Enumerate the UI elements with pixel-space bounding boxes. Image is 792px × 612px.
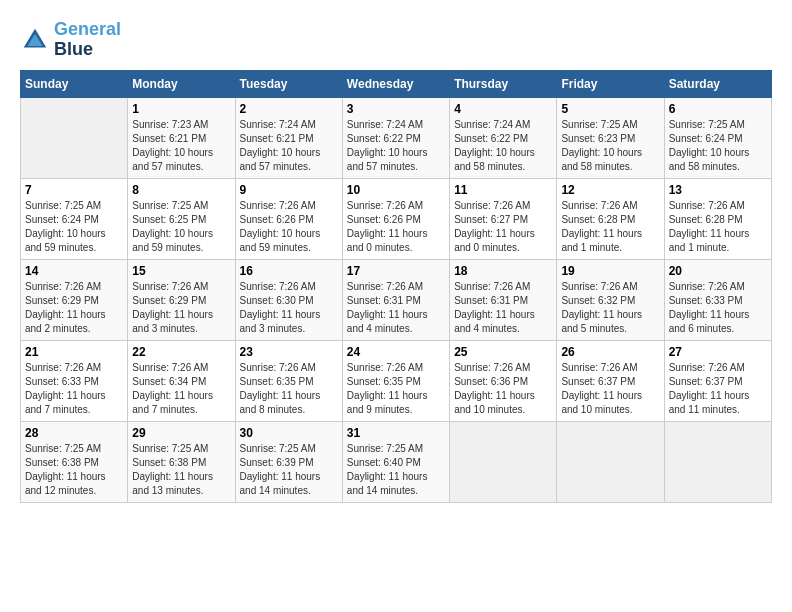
- day-cell: 18Sunrise: 7:26 AM Sunset: 6:31 PM Dayli…: [450, 259, 557, 340]
- day-cell: 3Sunrise: 7:24 AM Sunset: 6:22 PM Daylig…: [342, 97, 449, 178]
- day-number: 31: [347, 426, 445, 440]
- day-info: Sunrise: 7:26 AM Sunset: 6:35 PM Dayligh…: [347, 361, 445, 417]
- day-number: 6: [669, 102, 767, 116]
- day-number: 11: [454, 183, 552, 197]
- day-number: 22: [132, 345, 230, 359]
- day-info: Sunrise: 7:25 AM Sunset: 6:24 PM Dayligh…: [25, 199, 123, 255]
- weekday-header-row: SundayMondayTuesdayWednesdayThursdayFrid…: [21, 70, 772, 97]
- day-info: Sunrise: 7:25 AM Sunset: 6:23 PM Dayligh…: [561, 118, 659, 174]
- week-row-2: 7Sunrise: 7:25 AM Sunset: 6:24 PM Daylig…: [21, 178, 772, 259]
- week-row-1: 1Sunrise: 7:23 AM Sunset: 6:21 PM Daylig…: [21, 97, 772, 178]
- day-number: 17: [347, 264, 445, 278]
- day-info: Sunrise: 7:25 AM Sunset: 6:39 PM Dayligh…: [240, 442, 338, 498]
- logo: General Blue: [20, 20, 121, 60]
- day-info: Sunrise: 7:25 AM Sunset: 6:40 PM Dayligh…: [347, 442, 445, 498]
- week-row-5: 28Sunrise: 7:25 AM Sunset: 6:38 PM Dayli…: [21, 421, 772, 502]
- logo-text: General Blue: [54, 20, 121, 60]
- day-cell: 30Sunrise: 7:25 AM Sunset: 6:39 PM Dayli…: [235, 421, 342, 502]
- day-number: 24: [347, 345, 445, 359]
- day-cell: 20Sunrise: 7:26 AM Sunset: 6:33 PM Dayli…: [664, 259, 771, 340]
- day-info: Sunrise: 7:26 AM Sunset: 6:26 PM Dayligh…: [347, 199, 445, 255]
- day-number: 9: [240, 183, 338, 197]
- day-number: 16: [240, 264, 338, 278]
- weekday-header-monday: Monday: [128, 70, 235, 97]
- day-info: Sunrise: 7:26 AM Sunset: 6:33 PM Dayligh…: [25, 361, 123, 417]
- day-info: Sunrise: 7:26 AM Sunset: 6:28 PM Dayligh…: [669, 199, 767, 255]
- day-number: 10: [347, 183, 445, 197]
- day-cell: [557, 421, 664, 502]
- day-info: Sunrise: 7:26 AM Sunset: 6:30 PM Dayligh…: [240, 280, 338, 336]
- day-cell: 2Sunrise: 7:24 AM Sunset: 6:21 PM Daylig…: [235, 97, 342, 178]
- day-cell: 5Sunrise: 7:25 AM Sunset: 6:23 PM Daylig…: [557, 97, 664, 178]
- day-cell: 12Sunrise: 7:26 AM Sunset: 6:28 PM Dayli…: [557, 178, 664, 259]
- weekday-header-wednesday: Wednesday: [342, 70, 449, 97]
- calendar-table: SundayMondayTuesdayWednesdayThursdayFrid…: [20, 70, 772, 503]
- day-info: Sunrise: 7:26 AM Sunset: 6:27 PM Dayligh…: [454, 199, 552, 255]
- day-number: 25: [454, 345, 552, 359]
- day-info: Sunrise: 7:26 AM Sunset: 6:29 PM Dayligh…: [132, 280, 230, 336]
- weekday-header-sunday: Sunday: [21, 70, 128, 97]
- day-cell: 15Sunrise: 7:26 AM Sunset: 6:29 PM Dayli…: [128, 259, 235, 340]
- day-info: Sunrise: 7:24 AM Sunset: 6:21 PM Dayligh…: [240, 118, 338, 174]
- day-info: Sunrise: 7:26 AM Sunset: 6:32 PM Dayligh…: [561, 280, 659, 336]
- day-number: 15: [132, 264, 230, 278]
- day-info: Sunrise: 7:26 AM Sunset: 6:33 PM Dayligh…: [669, 280, 767, 336]
- day-info: Sunrise: 7:26 AM Sunset: 6:37 PM Dayligh…: [669, 361, 767, 417]
- day-info: Sunrise: 7:26 AM Sunset: 6:31 PM Dayligh…: [454, 280, 552, 336]
- day-cell: 22Sunrise: 7:26 AM Sunset: 6:34 PM Dayli…: [128, 340, 235, 421]
- day-cell: 25Sunrise: 7:26 AM Sunset: 6:36 PM Dayli…: [450, 340, 557, 421]
- day-cell: 9Sunrise: 7:26 AM Sunset: 6:26 PM Daylig…: [235, 178, 342, 259]
- day-number: 18: [454, 264, 552, 278]
- day-number: 4: [454, 102, 552, 116]
- day-cell: [664, 421, 771, 502]
- day-cell: 28Sunrise: 7:25 AM Sunset: 6:38 PM Dayli…: [21, 421, 128, 502]
- day-info: Sunrise: 7:26 AM Sunset: 6:34 PM Dayligh…: [132, 361, 230, 417]
- day-number: 5: [561, 102, 659, 116]
- day-number: 12: [561, 183, 659, 197]
- day-cell: 24Sunrise: 7:26 AM Sunset: 6:35 PM Dayli…: [342, 340, 449, 421]
- day-number: 3: [347, 102, 445, 116]
- day-cell: 26Sunrise: 7:26 AM Sunset: 6:37 PM Dayli…: [557, 340, 664, 421]
- day-info: Sunrise: 7:26 AM Sunset: 6:26 PM Dayligh…: [240, 199, 338, 255]
- day-number: 20: [669, 264, 767, 278]
- day-cell: 11Sunrise: 7:26 AM Sunset: 6:27 PM Dayli…: [450, 178, 557, 259]
- day-cell: 10Sunrise: 7:26 AM Sunset: 6:26 PM Dayli…: [342, 178, 449, 259]
- day-info: Sunrise: 7:25 AM Sunset: 6:38 PM Dayligh…: [25, 442, 123, 498]
- weekday-header-saturday: Saturday: [664, 70, 771, 97]
- day-cell: 7Sunrise: 7:25 AM Sunset: 6:24 PM Daylig…: [21, 178, 128, 259]
- day-number: 7: [25, 183, 123, 197]
- day-info: Sunrise: 7:26 AM Sunset: 6:37 PM Dayligh…: [561, 361, 659, 417]
- day-info: Sunrise: 7:25 AM Sunset: 6:24 PM Dayligh…: [669, 118, 767, 174]
- day-info: Sunrise: 7:26 AM Sunset: 6:31 PM Dayligh…: [347, 280, 445, 336]
- day-cell: 31Sunrise: 7:25 AM Sunset: 6:40 PM Dayli…: [342, 421, 449, 502]
- day-number: 28: [25, 426, 123, 440]
- day-cell: 13Sunrise: 7:26 AM Sunset: 6:28 PM Dayli…: [664, 178, 771, 259]
- day-number: 13: [669, 183, 767, 197]
- day-info: Sunrise: 7:25 AM Sunset: 6:38 PM Dayligh…: [132, 442, 230, 498]
- day-cell: 17Sunrise: 7:26 AM Sunset: 6:31 PM Dayli…: [342, 259, 449, 340]
- day-cell: 19Sunrise: 7:26 AM Sunset: 6:32 PM Dayli…: [557, 259, 664, 340]
- logo-icon: [20, 25, 50, 55]
- page-header: General Blue: [20, 20, 772, 60]
- day-number: 29: [132, 426, 230, 440]
- day-number: 27: [669, 345, 767, 359]
- day-cell: 8Sunrise: 7:25 AM Sunset: 6:25 PM Daylig…: [128, 178, 235, 259]
- day-cell: [450, 421, 557, 502]
- day-info: Sunrise: 7:26 AM Sunset: 6:28 PM Dayligh…: [561, 199, 659, 255]
- day-info: Sunrise: 7:23 AM Sunset: 6:21 PM Dayligh…: [132, 118, 230, 174]
- weekday-header-tuesday: Tuesday: [235, 70, 342, 97]
- day-info: Sunrise: 7:26 AM Sunset: 6:36 PM Dayligh…: [454, 361, 552, 417]
- day-cell: 14Sunrise: 7:26 AM Sunset: 6:29 PM Dayli…: [21, 259, 128, 340]
- day-number: 2: [240, 102, 338, 116]
- day-number: 14: [25, 264, 123, 278]
- day-info: Sunrise: 7:26 AM Sunset: 6:35 PM Dayligh…: [240, 361, 338, 417]
- day-cell: 16Sunrise: 7:26 AM Sunset: 6:30 PM Dayli…: [235, 259, 342, 340]
- day-cell: 23Sunrise: 7:26 AM Sunset: 6:35 PM Dayli…: [235, 340, 342, 421]
- day-cell: 21Sunrise: 7:26 AM Sunset: 6:33 PM Dayli…: [21, 340, 128, 421]
- day-number: 26: [561, 345, 659, 359]
- weekday-header-thursday: Thursday: [450, 70, 557, 97]
- day-cell: 27Sunrise: 7:26 AM Sunset: 6:37 PM Dayli…: [664, 340, 771, 421]
- day-info: Sunrise: 7:24 AM Sunset: 6:22 PM Dayligh…: [454, 118, 552, 174]
- day-number: 21: [25, 345, 123, 359]
- day-cell: 6Sunrise: 7:25 AM Sunset: 6:24 PM Daylig…: [664, 97, 771, 178]
